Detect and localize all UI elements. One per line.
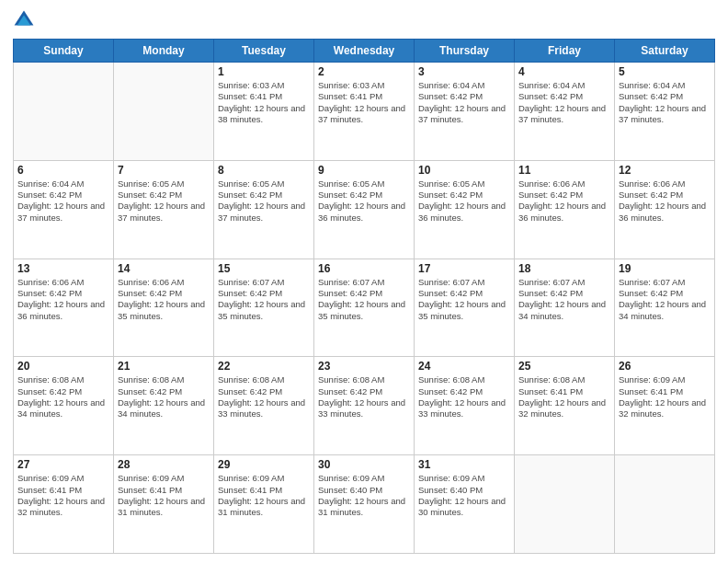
day-info: Sunrise: 6:03 AM Sunset: 6:41 PM Dayligh… xyxy=(218,80,310,125)
calendar-cell: 28Sunrise: 6:09 AM Sunset: 6:41 PM Dayli… xyxy=(114,455,214,554)
day-number: 17 xyxy=(418,262,510,275)
day-number: 30 xyxy=(318,458,410,471)
calendar-cell xyxy=(615,455,715,554)
day-info: Sunrise: 6:05 AM Sunset: 6:42 PM Dayligh… xyxy=(418,178,510,224)
day-number: 10 xyxy=(418,164,510,177)
day-info: Sunrise: 6:09 AM Sunset: 6:41 PM Dayligh… xyxy=(118,473,210,518)
day-info: Sunrise: 6:03 AM Sunset: 6:41 PM Dayligh… xyxy=(318,80,410,125)
day-info: Sunrise: 6:05 AM Sunset: 6:42 PM Dayligh… xyxy=(318,178,410,224)
calendar-cell: 18Sunrise: 6:07 AM Sunset: 6:42 PM Dayli… xyxy=(515,259,615,357)
logo-icon xyxy=(13,9,35,31)
day-number: 28 xyxy=(118,458,210,471)
day-info: Sunrise: 6:09 AM Sunset: 6:41 PM Dayligh… xyxy=(218,473,310,518)
header xyxy=(13,9,715,31)
day-number: 3 xyxy=(418,65,510,78)
day-info: Sunrise: 6:05 AM Sunset: 6:42 PM Dayligh… xyxy=(218,178,310,224)
week-row: 20Sunrise: 6:08 AM Sunset: 6:42 PM Dayli… xyxy=(14,357,715,455)
calendar-cell: 3Sunrise: 6:04 AM Sunset: 6:42 PM Daylig… xyxy=(415,63,515,161)
calendar-cell xyxy=(114,63,214,161)
calendar-cell xyxy=(515,455,615,554)
day-number: 27 xyxy=(17,458,109,471)
weekday-header: Sunday xyxy=(14,40,114,63)
calendar-cell xyxy=(14,63,114,161)
day-info: Sunrise: 6:08 AM Sunset: 6:41 PM Dayligh… xyxy=(518,374,610,419)
day-info: Sunrise: 6:07 AM Sunset: 6:42 PM Dayligh… xyxy=(619,277,711,322)
day-info: Sunrise: 6:06 AM Sunset: 6:42 PM Dayligh… xyxy=(118,277,210,322)
day-number: 11 xyxy=(518,164,610,177)
day-number: 20 xyxy=(17,360,109,373)
calendar-cell: 27Sunrise: 6:09 AM Sunset: 6:41 PM Dayli… xyxy=(14,455,114,554)
day-info: Sunrise: 6:08 AM Sunset: 6:42 PM Dayligh… xyxy=(17,374,109,419)
day-number: 23 xyxy=(318,360,410,373)
calendar-cell: 31Sunrise: 6:09 AM Sunset: 6:40 PM Dayli… xyxy=(415,455,515,554)
day-number: 16 xyxy=(318,262,410,275)
day-info: Sunrise: 6:08 AM Sunset: 6:42 PM Dayligh… xyxy=(318,374,410,419)
day-info: Sunrise: 6:06 AM Sunset: 6:42 PM Dayligh… xyxy=(518,178,610,224)
calendar-cell: 29Sunrise: 6:09 AM Sunset: 6:41 PM Dayli… xyxy=(214,455,314,554)
calendar-cell: 2Sunrise: 6:03 AM Sunset: 6:41 PM Daylig… xyxy=(314,63,415,161)
day-number: 25 xyxy=(518,360,610,373)
weekday-header: Monday xyxy=(114,40,214,63)
day-info: Sunrise: 6:09 AM Sunset: 6:41 PM Dayligh… xyxy=(619,374,711,419)
day-number: 29 xyxy=(218,458,310,471)
day-number: 18 xyxy=(518,262,610,275)
day-number: 7 xyxy=(118,164,210,177)
day-number: 31 xyxy=(418,458,510,471)
week-row: 6Sunrise: 6:04 AM Sunset: 6:42 PM Daylig… xyxy=(14,160,715,259)
calendar-cell: 21Sunrise: 6:08 AM Sunset: 6:42 PM Dayli… xyxy=(114,357,214,455)
day-number: 24 xyxy=(418,360,510,373)
day-info: Sunrise: 6:09 AM Sunset: 6:41 PM Dayligh… xyxy=(17,473,109,518)
day-number: 6 xyxy=(17,164,109,177)
week-row: 13Sunrise: 6:06 AM Sunset: 6:42 PM Dayli… xyxy=(14,259,715,357)
calendar-cell: 17Sunrise: 6:07 AM Sunset: 6:42 PM Dayli… xyxy=(415,259,515,357)
day-info: Sunrise: 6:07 AM Sunset: 6:42 PM Dayligh… xyxy=(218,277,310,322)
calendar-cell: 6Sunrise: 6:04 AM Sunset: 6:42 PM Daylig… xyxy=(14,160,114,259)
calendar-cell: 10Sunrise: 6:05 AM Sunset: 6:42 PM Dayli… xyxy=(415,160,515,259)
calendar-cell: 5Sunrise: 6:04 AM Sunset: 6:42 PM Daylig… xyxy=(615,63,715,161)
day-info: Sunrise: 6:09 AM Sunset: 6:40 PM Dayligh… xyxy=(418,473,510,518)
day-number: 26 xyxy=(619,360,711,373)
weekday-header: Thursday xyxy=(415,40,515,63)
calendar-header: SundayMondayTuesdayWednesdayThursdayFrid… xyxy=(14,40,715,63)
day-number: 14 xyxy=(118,262,210,275)
calendar-cell: 11Sunrise: 6:06 AM Sunset: 6:42 PM Dayli… xyxy=(515,160,615,259)
calendar-cell: 22Sunrise: 6:08 AM Sunset: 6:42 PM Dayli… xyxy=(214,357,314,455)
day-info: Sunrise: 6:08 AM Sunset: 6:42 PM Dayligh… xyxy=(418,374,510,419)
calendar-cell: 15Sunrise: 6:07 AM Sunset: 6:42 PM Dayli… xyxy=(214,259,314,357)
calendar-cell: 20Sunrise: 6:08 AM Sunset: 6:42 PM Dayli… xyxy=(14,357,114,455)
day-number: 15 xyxy=(218,262,310,275)
day-info: Sunrise: 6:07 AM Sunset: 6:42 PM Dayligh… xyxy=(518,277,610,322)
calendar-cell: 9Sunrise: 6:05 AM Sunset: 6:42 PM Daylig… xyxy=(314,160,415,259)
week-row: 1Sunrise: 6:03 AM Sunset: 6:41 PM Daylig… xyxy=(14,63,715,161)
calendar-cell: 25Sunrise: 6:08 AM Sunset: 6:41 PM Dayli… xyxy=(515,357,615,455)
weekday-row: SundayMondayTuesdayWednesdayThursdayFrid… xyxy=(14,40,715,63)
calendar-cell: 30Sunrise: 6:09 AM Sunset: 6:40 PM Dayli… xyxy=(314,455,415,554)
calendar-cell: 13Sunrise: 6:06 AM Sunset: 6:42 PM Dayli… xyxy=(14,259,114,357)
calendar-table: SundayMondayTuesdayWednesdayThursdayFrid… xyxy=(13,39,715,554)
weekday-header: Wednesday xyxy=(314,40,415,63)
day-info: Sunrise: 6:04 AM Sunset: 6:42 PM Dayligh… xyxy=(418,80,510,125)
day-info: Sunrise: 6:04 AM Sunset: 6:42 PM Dayligh… xyxy=(619,80,711,125)
day-number: 4 xyxy=(518,65,610,78)
day-number: 8 xyxy=(218,164,310,177)
day-info: Sunrise: 6:07 AM Sunset: 6:42 PM Dayligh… xyxy=(318,277,410,322)
page: SundayMondayTuesdayWednesdayThursdayFrid… xyxy=(0,0,728,563)
day-number: 13 xyxy=(17,262,109,275)
weekday-header: Friday xyxy=(515,40,615,63)
day-number: 21 xyxy=(118,360,210,373)
day-info: Sunrise: 6:06 AM Sunset: 6:42 PM Dayligh… xyxy=(17,277,109,322)
calendar-cell: 16Sunrise: 6:07 AM Sunset: 6:42 PM Dayli… xyxy=(314,259,415,357)
day-info: Sunrise: 6:04 AM Sunset: 6:42 PM Dayligh… xyxy=(518,80,610,125)
weekday-header: Saturday xyxy=(615,40,715,63)
calendar-cell: 1Sunrise: 6:03 AM Sunset: 6:41 PM Daylig… xyxy=(214,63,314,161)
day-number: 9 xyxy=(318,164,410,177)
day-info: Sunrise: 6:08 AM Sunset: 6:42 PM Dayligh… xyxy=(118,374,210,419)
day-number: 12 xyxy=(619,164,711,177)
calendar-cell: 19Sunrise: 6:07 AM Sunset: 6:42 PM Dayli… xyxy=(615,259,715,357)
day-info: Sunrise: 6:08 AM Sunset: 6:42 PM Dayligh… xyxy=(218,374,310,419)
day-info: Sunrise: 6:07 AM Sunset: 6:42 PM Dayligh… xyxy=(418,277,510,322)
calendar-cell: 7Sunrise: 6:05 AM Sunset: 6:42 PM Daylig… xyxy=(114,160,214,259)
day-number: 22 xyxy=(218,360,310,373)
day-info: Sunrise: 6:05 AM Sunset: 6:42 PM Dayligh… xyxy=(118,178,210,224)
day-info: Sunrise: 6:06 AM Sunset: 6:42 PM Dayligh… xyxy=(619,178,711,224)
